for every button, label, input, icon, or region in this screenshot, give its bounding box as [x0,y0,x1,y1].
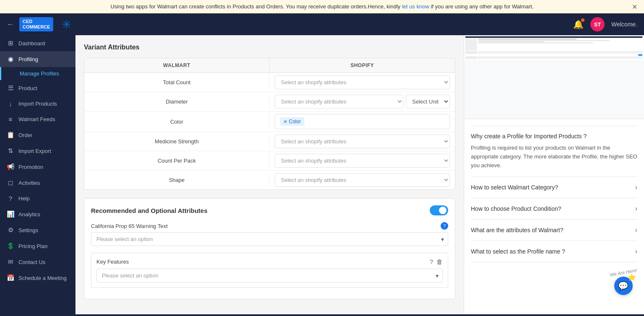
table-row: Count Per Pack Select an shopify attribu… [84,151,455,171]
activities-icon: ◻ [7,179,14,186]
total-count-select[interactable]: Select an shopify attributes [275,75,450,89]
table-row: Medicine Strength Select an shopify attr… [84,132,455,151]
sidebar-item-dashboard[interactable]: ⊞ Dashboard [0,35,75,51]
pricing-plan-icon: 💲 [7,242,14,250]
chat-star-icon: ⭐ [628,273,636,281]
sidebar-item-analytics[interactable]: 📊 Analytics [0,206,75,222]
chevron-down-icon: › [635,205,637,212]
faq-walmart-attributes-header[interactable]: What are the attributes of Walmart? › [471,226,637,234]
sidebar-item-walmart-feeds[interactable]: ≡ Walmart Feeds [0,111,75,127]
key-features-info-button[interactable]: ? [430,258,433,265]
faq-profile-name-title: What to select as the Profile name ? [471,248,565,255]
key-features-row: Key Features ? 🗑 Please select an option [91,253,448,288]
chat-button-container: 💬 ⭐ [614,277,633,295]
import-products-icon: ↓ [7,100,14,107]
profiling-icon: ◉ [7,55,14,63]
contact-us-icon: ✉ [7,258,14,266]
promotion-icon: 📢 [7,163,14,171]
row-label-shape: Shape [84,173,270,187]
sidebar-item-promotion[interactable]: 📢 Promotion [0,159,75,175]
avatar: ST [590,17,605,31]
table-row: Shape Select an shopify attributes [84,171,455,189]
faq-item-walmart-category: How to select Walmart Category? › [471,177,637,198]
chevron-down-icon: › [635,184,637,191]
sidebar-subitem-manage-profiles[interactable]: Manage Profiles [0,67,75,80]
sidebar-item-schedule-meeting[interactable]: 📅 Schedule a Meeting [0,270,75,286]
sidebar-item-help[interactable]: ? Help [0,191,75,206]
sidebar-item-import-products[interactable]: ↓ Import Products [0,96,75,111]
key-features-header: Key Features ? 🗑 [96,258,443,265]
notification-badge [581,18,584,22]
import-export-icon: ⇅ [7,147,14,155]
faq-section: Why create a Profile for Imported Produc… [464,119,644,269]
color-tag-remove-icon[interactable]: ✕ [283,119,287,124]
main-content: Variant Attributes WALMART SHOPIFY Total… [75,35,464,314]
color-input-cell[interactable]: ✕ Color [275,114,450,129]
count-per-pack-select[interactable]: Select an shopify attributes [275,154,450,168]
row-input-color: ✕ Color [270,111,455,132]
sidebar-label-promotion: Promotion [18,164,43,170]
faq-walmart-category-header[interactable]: How to select Walmart Category? › [471,184,637,191]
faq-item-profile-name: What to select as the Profile name ? › [471,241,637,262]
banner-close-button[interactable]: ✕ [632,3,637,10]
logo-text: CED COMMERCE [23,19,50,30]
sidebar: ⊞ Dashboard ◉ Profiling Manage Profiles … [0,35,75,314]
faq-why-profile-description: Profiling is required to list your produ… [471,144,637,170]
sidebar-label-manage-profiles: Manage Profiles [20,70,59,77]
welcome-text: Welcome. [611,21,637,28]
variant-attributes-table: WALMART SHOPIFY Total Count Select an sh… [84,58,455,190]
sidebar-label-import-products: Import Products [18,101,57,107]
row-label-total-count: Total Count [84,75,270,90]
settings-icon: ⚙ [7,226,14,234]
california-prop-info-button[interactable]: ? [441,222,448,230]
recommended-toggle[interactable] [430,205,448,215]
row-label-count-per-pack: Count Per Pack [84,153,270,168]
color-tag-label: Color [289,119,301,124]
sidebar-item-contact-us[interactable]: ✉ Contact Us [0,254,75,270]
sidebar-item-product[interactable]: ☰ Product [0,80,75,96]
analytics-icon: 📊 [7,210,14,218]
order-icon: 📋 [7,131,14,139]
notification-button[interactable]: 🔔 [573,19,584,29]
diameter-unit-select[interactable]: Select Unit [406,95,450,109]
sidebar-item-settings[interactable]: ⚙ Settings [0,222,75,238]
faq-why-profile-header[interactable]: Why create a Profile for Imported Produc… [471,133,637,140]
header-right: 🔔 ST Welcome. [573,17,637,31]
diameter-select[interactable]: Select an shopify attributes [275,95,403,109]
key-features-delete-button[interactable]: 🗑 [436,258,443,265]
help-icon: ? [7,195,14,202]
sidebar-item-activities[interactable]: ◻ Activities [0,175,75,191]
header: ← CED COMMERCE ✳ 🔔 ST Welcome. [0,13,644,35]
sidebar-item-profiling[interactable]: ◉ Profiling [0,51,75,67]
walmart-star-icon: ✳ [62,18,71,31]
banner-link[interactable]: let us know [402,3,429,10]
sidebar-label-settings: Settings [18,227,38,233]
header-left: ← CED COMMERCE ✳ [7,17,71,31]
sidebar-item-import-export[interactable]: ⇅ Import Export [0,143,75,159]
row-input-count-per-pack: Select an shopify attributes [270,151,455,170]
faq-why-profile: Why create a Profile for Imported Produc… [471,126,637,177]
header-back-button[interactable]: ← [7,20,14,29]
dashboard-icon: ⊞ [7,39,14,47]
chevron-down-icon: › [635,226,637,234]
sidebar-label-product: Product [18,85,37,91]
table-header: WALMART SHOPIFY [84,58,455,73]
key-features-actions: ? 🗑 [430,258,443,265]
product-icon: ☰ [7,84,14,92]
sidebar-item-order[interactable]: 📋 Order [0,127,75,143]
sidebar-label-import-export: Import Export [18,148,51,154]
col-shopify-header: SHOPIFY [270,58,455,73]
key-features-select[interactable]: Please select an option [96,269,443,282]
table-row: Diameter Select an shopify attributes Se… [84,92,455,111]
sidebar-item-pricing-plan[interactable]: 💲 Pricing Plan [0,238,75,254]
col-walmart-header: WALMART [84,58,270,73]
logo: CED COMMERCE [19,17,53,31]
shape-select[interactable]: Select an shopify attributes [275,173,450,187]
medicine-strength-select[interactable]: Select an shopify attributes [275,135,450,148]
california-prop-select[interactable]: Please select an option [91,232,448,246]
faq-profile-name-header[interactable]: What to select as the Profile name ? › [471,248,637,255]
faq-walmart-category-title: How to select Walmart Category? [471,184,558,191]
walmart-feeds-icon: ≡ [7,116,14,123]
faq-product-condition-header[interactable]: How to choose Product Condition? › [471,205,637,212]
recommended-header: Recommended and Optional Attributes [91,205,448,215]
